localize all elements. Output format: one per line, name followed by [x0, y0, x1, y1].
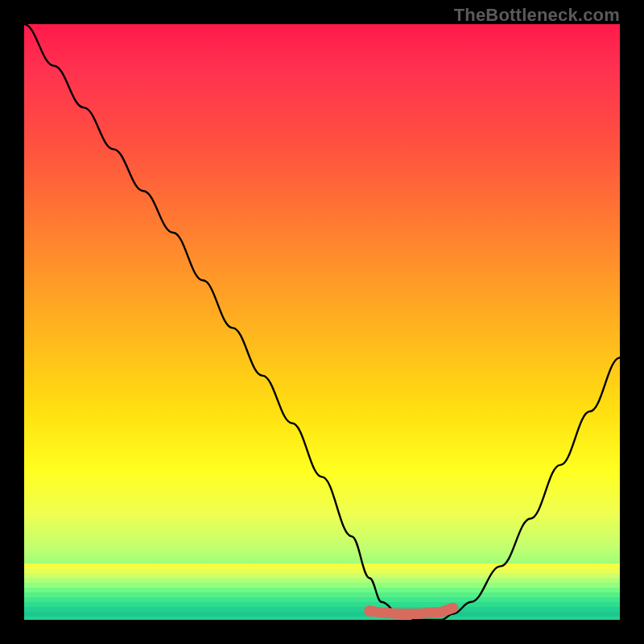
- optimal-marker-dot: [364, 605, 375, 617]
- curve-layer: [24, 24, 620, 620]
- optimal-marker-line: [369, 608, 453, 613]
- chart-container: TheBottleneck.com: [0, 0, 644, 644]
- bottleneck-curve: [24, 24, 620, 620]
- plot-area: [24, 24, 620, 620]
- watermark-text: TheBottleneck.com: [454, 5, 620, 26]
